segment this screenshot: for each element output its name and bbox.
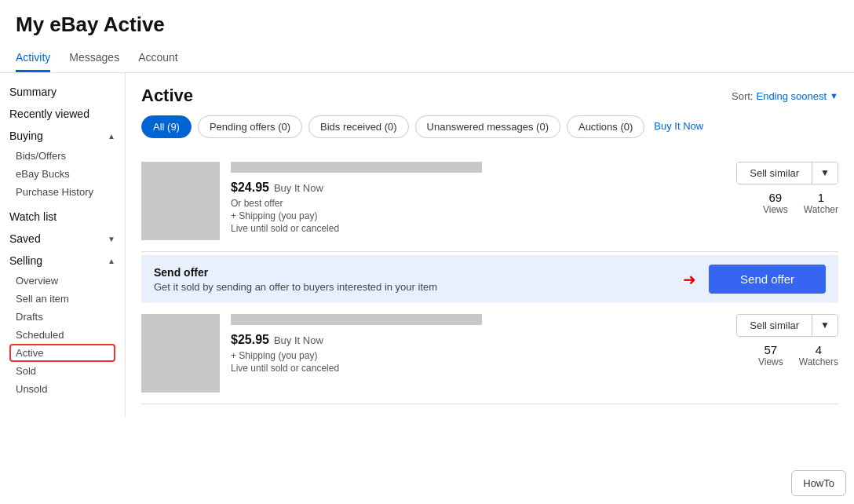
filter-tab-all[interactable]: All (9) — [141, 115, 192, 138]
content-header: Active Sort: Ending soonest ▼ — [141, 86, 838, 106]
listing-actions-1: Sell similar ▼ 69 Views 1 Watcher — [736, 162, 838, 215]
sidebar-item-sell-an-item[interactable]: Sell an item — [9, 290, 115, 308]
page-header: My eBay Active Activity Messages Account — [0, 0, 854, 73]
listing-detail3-1: Live until sold or canceled — [231, 223, 724, 234]
filter-tab-bids-received[interactable]: Bids received (0) — [308, 115, 409, 138]
nav-messages[interactable]: Messages — [69, 45, 119, 72]
sidebar-recently-viewed[interactable]: Recently viewed — [9, 108, 115, 120]
filter-tab-auctions[interactable]: Auctions (0) — [567, 115, 644, 138]
listing-item-2: $25.95 Buy It Now + Shipping (you pay) L… — [141, 303, 838, 404]
watchers-number-1: 1 — [818, 191, 824, 204]
listing-watchers-2: 4 Watchers — [799, 343, 838, 367]
sell-similar-btn-2[interactable]: Sell similar ▼ — [736, 314, 838, 337]
sidebar-item-overview[interactable]: Overview — [9, 272, 115, 290]
listing-actions-2: Sell similar ▼ 57 Views 4 Watchers — [736, 314, 838, 367]
sort-value[interactable]: Ending soonest — [756, 90, 827, 102]
sidebar-item-purchase-history[interactable]: Purchase History — [9, 183, 115, 201]
sell-similar-chevron-icon-1: ▼ — [812, 163, 838, 184]
chevron-down-sort-icon[interactable]: ▼ — [830, 91, 838, 100]
listing-stats-2: 57 Views 4 Watchers — [758, 343, 838, 367]
sort-label: Sort: — [732, 90, 753, 102]
listing-title-bar-2 — [231, 314, 482, 325]
sell-similar-chevron-icon-2: ▼ — [812, 315, 838, 336]
listing-title-bar-1 — [231, 162, 482, 173]
sidebar-item-ebay-bucks[interactable]: eBay Bucks — [9, 165, 115, 183]
send-offer-banner: Send offer Get it sold by sending an off… — [141, 255, 838, 303]
listing-image-1 — [141, 162, 220, 240]
nav-account[interactable]: Account — [138, 45, 178, 72]
sidebar-saved[interactable]: Saved ▼ — [9, 232, 115, 245]
listing-detail1-2: + Shipping (you pay) — [231, 350, 724, 361]
chevron-up-icon-selling: ▲ — [108, 257, 115, 265]
send-offer-button[interactable]: Send offer — [709, 265, 826, 294]
arrow-right-icon: ➜ — [683, 270, 696, 289]
filter-tab-pending-offers[interactable]: Pending offers (0) — [198, 115, 302, 138]
sidebar-selling[interactable]: Selling ▲ — [9, 254, 115, 267]
watchers-label-2: Watchers — [799, 356, 838, 367]
content-title: Active — [141, 86, 193, 106]
listing-item-1: $24.95 Buy It Now Or best offer + Shippi… — [141, 151, 838, 252]
listing-views-2: 57 Views — [758, 343, 783, 367]
chevron-down-icon: ▼ — [108, 235, 115, 243]
listing-info-1: $24.95 Buy It Now Or best offer + Shippi… — [231, 162, 724, 236]
send-offer-title: Send offer — [154, 266, 437, 279]
sort-control: Sort: Ending soonest ▼ — [732, 90, 838, 102]
listing-watchers-1: 1 Watcher — [804, 191, 838, 215]
sidebar: Summary Recently viewed Buying ▲ Bids/Of… — [0, 73, 126, 417]
listing-price-type-1: Buy It Now — [274, 182, 323, 194]
listing-price-type-2: Buy It Now — [274, 334, 323, 346]
listing-price-row-2: $25.95 Buy It Now — [231, 333, 724, 347]
filter-tabs: All (9) Pending offers (0) Bids received… — [141, 115, 838, 138]
send-offer-desc: Get it sold by sending an offer to buyer… — [154, 281, 437, 293]
listing-price-row-1: $24.95 Buy It Now — [231, 181, 724, 195]
chevron-up-icon: ▲ — [108, 132, 115, 141]
sidebar-item-sold[interactable]: Sold — [9, 362, 115, 380]
listing-price-1: $24.95 — [231, 181, 269, 195]
sidebar-buying[interactable]: Buying ▲ — [9, 130, 115, 142]
sell-similar-label-1: Sell similar — [737, 163, 812, 184]
filter-tab-unanswered-messages[interactable]: Unanswered messages (0) — [415, 115, 560, 138]
filter-tab-more[interactable]: Buy It Now — [651, 115, 706, 138]
sidebar-watchlist[interactable]: Watch list — [9, 210, 115, 223]
sidebar-item-bids-offers[interactable]: Bids/Offers — [9, 147, 115, 165]
views-number-1: 69 — [769, 191, 783, 204]
views-number-2: 57 — [765, 343, 778, 356]
sidebar-item-scheduled[interactable]: Scheduled — [9, 326, 115, 344]
send-offer-text: Send offer Get it sold by sending an off… — [154, 266, 437, 293]
listing-price-2: $25.95 — [231, 333, 269, 347]
listing-detail2-1: + Shipping (you pay) — [231, 210, 724, 221]
sidebar-summary[interactable]: Summary — [9, 86, 115, 98]
page-title: My eBay Active — [16, 13, 838, 37]
sell-similar-btn-1[interactable]: Sell similar ▼ — [736, 162, 838, 184]
views-label-1: Views — [763, 204, 788, 215]
listing-info-2: $25.95 Buy It Now + Shipping (you pay) L… — [231, 314, 724, 375]
sidebar-item-drafts[interactable]: Drafts — [9, 308, 115, 326]
listing-detail1-1: Or best offer — [231, 198, 724, 209]
listing-views-1: 69 Views — [763, 191, 788, 215]
send-offer-right: ➜ Send offer — [683, 265, 826, 294]
main-content: Active Sort: Ending soonest ▼ All (9) Pe… — [126, 73, 854, 417]
sidebar-item-active[interactable]: Active — [9, 344, 115, 362]
views-label-2: Views — [758, 356, 783, 367]
listing-stats-1: 69 Views 1 Watcher — [763, 191, 838, 215]
main-layout: Summary Recently viewed Buying ▲ Bids/Of… — [0, 73, 854, 417]
sidebar-item-unsold[interactable]: Unsold — [9, 380, 115, 398]
listing-detail2-2: Live until sold or canceled — [231, 363, 724, 374]
nav-activity[interactable]: Activity — [16, 45, 50, 72]
top-nav: Activity Messages Account — [16, 45, 838, 72]
watchers-number-2: 4 — [816, 343, 822, 356]
listing-image-2 — [141, 314, 220, 393]
sell-similar-label-2: Sell similar — [737, 315, 812, 336]
watchers-label-1: Watcher — [804, 204, 838, 215]
